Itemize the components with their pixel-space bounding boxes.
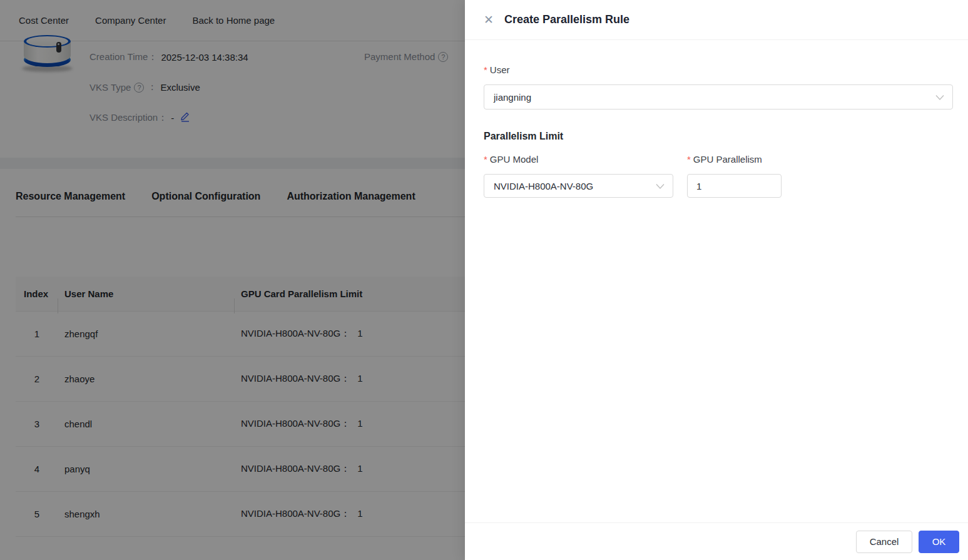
gpu-model-select[interactable]: NVIDIA-H800A-NV-80G xyxy=(484,174,673,198)
gpu-model-label: * GPU Model xyxy=(484,154,687,165)
required-marker: * xyxy=(484,64,487,75)
user-select-value: jiangning xyxy=(494,92,531,103)
gpu-field-inputs: NVIDIA-H800A-NV-80G xyxy=(484,174,952,198)
drawer-body: * User jiangning Parallelism Limit * GPU… xyxy=(465,64,968,198)
close-icon[interactable]: ✕ xyxy=(484,14,494,26)
create-parallelism-rule-drawer: ✕ Create Parallelism Rule * User jiangni… xyxy=(465,0,968,560)
drawer-title: Create Parallelism Rule xyxy=(504,13,629,26)
gpu-field-labels: * GPU Model * GPU Parallelism xyxy=(484,154,952,165)
drawer-footer: Cancel OK xyxy=(465,522,968,560)
cancel-button[interactable]: Cancel xyxy=(856,531,912,553)
required-marker: * xyxy=(484,154,487,165)
gpu-model-select-value: NVIDIA-H800A-NV-80G xyxy=(494,181,593,191)
parallelism-limit-section-title: Parallelism Limit xyxy=(484,131,952,142)
user-field-label: * User xyxy=(484,64,952,75)
required-marker: * xyxy=(687,154,691,165)
user-select[interactable]: jiangning xyxy=(484,84,953,109)
chevron-down-icon xyxy=(935,92,944,103)
ok-button[interactable]: OK xyxy=(919,531,959,553)
drawer-header: ✕ Create Parallelism Rule xyxy=(465,0,968,40)
chevron-down-icon xyxy=(656,181,665,191)
gpu-parallelism-label: * GPU Parallelism xyxy=(687,154,762,165)
gpu-parallelism-input[interactable] xyxy=(687,174,782,198)
